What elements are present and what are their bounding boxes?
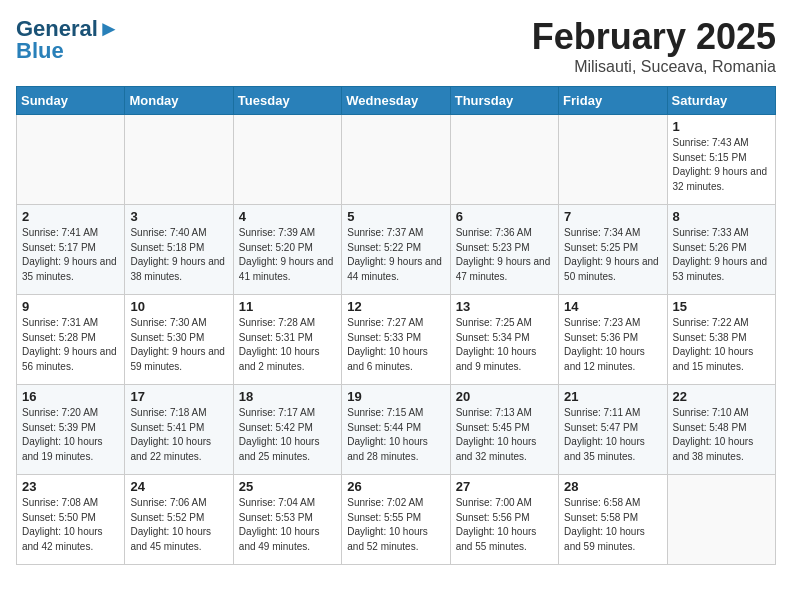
- day-number: 28: [564, 479, 661, 494]
- day-number: 2: [22, 209, 119, 224]
- week-row-3: 9Sunrise: 7:31 AM Sunset: 5:28 PM Daylig…: [17, 295, 776, 385]
- week-row-2: 2Sunrise: 7:41 AM Sunset: 5:17 PM Daylig…: [17, 205, 776, 295]
- day-number: 22: [673, 389, 770, 404]
- day-info: Sunrise: 7:13 AM Sunset: 5:45 PM Dayligh…: [456, 406, 553, 464]
- day-info: Sunrise: 7:02 AM Sunset: 5:55 PM Dayligh…: [347, 496, 444, 554]
- day-info: Sunrise: 7:23 AM Sunset: 5:36 PM Dayligh…: [564, 316, 661, 374]
- day-info: Sunrise: 7:27 AM Sunset: 5:33 PM Dayligh…: [347, 316, 444, 374]
- day-cell: 3Sunrise: 7:40 AM Sunset: 5:18 PM Daylig…: [125, 205, 233, 295]
- day-number: 25: [239, 479, 336, 494]
- day-info: Sunrise: 6:58 AM Sunset: 5:58 PM Dayligh…: [564, 496, 661, 554]
- day-info: Sunrise: 7:34 AM Sunset: 5:25 PM Dayligh…: [564, 226, 661, 284]
- day-number: 11: [239, 299, 336, 314]
- day-number: 4: [239, 209, 336, 224]
- day-cell: 17Sunrise: 7:18 AM Sunset: 5:41 PM Dayli…: [125, 385, 233, 475]
- day-info: Sunrise: 7:11 AM Sunset: 5:47 PM Dayligh…: [564, 406, 661, 464]
- day-cell: 15Sunrise: 7:22 AM Sunset: 5:38 PM Dayli…: [667, 295, 775, 385]
- day-info: Sunrise: 7:39 AM Sunset: 5:20 PM Dayligh…: [239, 226, 336, 284]
- day-cell: [559, 115, 667, 205]
- day-number: 15: [673, 299, 770, 314]
- day-cell: 28Sunrise: 6:58 AM Sunset: 5:58 PM Dayli…: [559, 475, 667, 565]
- day-cell: [342, 115, 450, 205]
- day-number: 7: [564, 209, 661, 224]
- day-info: Sunrise: 7:31 AM Sunset: 5:28 PM Dayligh…: [22, 316, 119, 374]
- day-number: 6: [456, 209, 553, 224]
- day-info: Sunrise: 7:30 AM Sunset: 5:30 PM Dayligh…: [130, 316, 227, 374]
- calendar-table: SundayMondayTuesdayWednesdayThursdayFrid…: [16, 86, 776, 565]
- day-number: 5: [347, 209, 444, 224]
- day-number: 23: [22, 479, 119, 494]
- day-cell: 6Sunrise: 7:36 AM Sunset: 5:23 PM Daylig…: [450, 205, 558, 295]
- day-cell: [667, 475, 775, 565]
- day-cell: 16Sunrise: 7:20 AM Sunset: 5:39 PM Dayli…: [17, 385, 125, 475]
- day-cell: [233, 115, 341, 205]
- day-cell: 14Sunrise: 7:23 AM Sunset: 5:36 PM Dayli…: [559, 295, 667, 385]
- day-info: Sunrise: 7:43 AM Sunset: 5:15 PM Dayligh…: [673, 136, 770, 194]
- day-cell: 24Sunrise: 7:06 AM Sunset: 5:52 PM Dayli…: [125, 475, 233, 565]
- day-cell: [125, 115, 233, 205]
- day-info: Sunrise: 7:17 AM Sunset: 5:42 PM Dayligh…: [239, 406, 336, 464]
- page-header: General► Blue February 2025 Milisauti, S…: [16, 16, 776, 76]
- day-cell: 1Sunrise: 7:43 AM Sunset: 5:15 PM Daylig…: [667, 115, 775, 205]
- week-row-5: 23Sunrise: 7:08 AM Sunset: 5:50 PM Dayli…: [17, 475, 776, 565]
- day-cell: 13Sunrise: 7:25 AM Sunset: 5:34 PM Dayli…: [450, 295, 558, 385]
- day-info: Sunrise: 7:00 AM Sunset: 5:56 PM Dayligh…: [456, 496, 553, 554]
- day-number: 1: [673, 119, 770, 134]
- day-cell: 22Sunrise: 7:10 AM Sunset: 5:48 PM Dayli…: [667, 385, 775, 475]
- day-cell: [17, 115, 125, 205]
- day-number: 20: [456, 389, 553, 404]
- day-info: Sunrise: 7:06 AM Sunset: 5:52 PM Dayligh…: [130, 496, 227, 554]
- week-row-4: 16Sunrise: 7:20 AM Sunset: 5:39 PM Dayli…: [17, 385, 776, 475]
- day-number: 10: [130, 299, 227, 314]
- weekday-header-wednesday: Wednesday: [342, 87, 450, 115]
- day-number: 8: [673, 209, 770, 224]
- weekday-header-tuesday: Tuesday: [233, 87, 341, 115]
- weekday-header-monday: Monday: [125, 87, 233, 115]
- day-info: Sunrise: 7:04 AM Sunset: 5:53 PM Dayligh…: [239, 496, 336, 554]
- day-info: Sunrise: 7:40 AM Sunset: 5:18 PM Dayligh…: [130, 226, 227, 284]
- day-info: Sunrise: 7:20 AM Sunset: 5:39 PM Dayligh…: [22, 406, 119, 464]
- day-number: 14: [564, 299, 661, 314]
- day-info: Sunrise: 7:33 AM Sunset: 5:26 PM Dayligh…: [673, 226, 770, 284]
- day-cell: 7Sunrise: 7:34 AM Sunset: 5:25 PM Daylig…: [559, 205, 667, 295]
- day-info: Sunrise: 7:37 AM Sunset: 5:22 PM Dayligh…: [347, 226, 444, 284]
- week-row-1: 1Sunrise: 7:43 AM Sunset: 5:15 PM Daylig…: [17, 115, 776, 205]
- day-cell: 2Sunrise: 7:41 AM Sunset: 5:17 PM Daylig…: [17, 205, 125, 295]
- day-info: Sunrise: 7:08 AM Sunset: 5:50 PM Dayligh…: [22, 496, 119, 554]
- logo: General► Blue: [16, 16, 120, 64]
- day-info: Sunrise: 7:41 AM Sunset: 5:17 PM Dayligh…: [22, 226, 119, 284]
- weekday-header-row: SundayMondayTuesdayWednesdayThursdayFrid…: [17, 87, 776, 115]
- day-number: 9: [22, 299, 119, 314]
- day-number: 21: [564, 389, 661, 404]
- weekday-header-friday: Friday: [559, 87, 667, 115]
- day-number: 12: [347, 299, 444, 314]
- day-info: Sunrise: 7:22 AM Sunset: 5:38 PM Dayligh…: [673, 316, 770, 374]
- day-cell: 25Sunrise: 7:04 AM Sunset: 5:53 PM Dayli…: [233, 475, 341, 565]
- day-number: 27: [456, 479, 553, 494]
- weekday-header-sunday: Sunday: [17, 87, 125, 115]
- day-number: 26: [347, 479, 444, 494]
- day-number: 17: [130, 389, 227, 404]
- day-cell: 8Sunrise: 7:33 AM Sunset: 5:26 PM Daylig…: [667, 205, 775, 295]
- title-block: February 2025 Milisauti, Suceava, Romani…: [532, 16, 776, 76]
- day-number: 16: [22, 389, 119, 404]
- day-cell: 4Sunrise: 7:39 AM Sunset: 5:20 PM Daylig…: [233, 205, 341, 295]
- day-cell: 27Sunrise: 7:00 AM Sunset: 5:56 PM Dayli…: [450, 475, 558, 565]
- day-info: Sunrise: 7:25 AM Sunset: 5:34 PM Dayligh…: [456, 316, 553, 374]
- day-cell: 18Sunrise: 7:17 AM Sunset: 5:42 PM Dayli…: [233, 385, 341, 475]
- day-number: 19: [347, 389, 444, 404]
- day-cell: 12Sunrise: 7:27 AM Sunset: 5:33 PM Dayli…: [342, 295, 450, 385]
- day-cell: [450, 115, 558, 205]
- day-cell: 19Sunrise: 7:15 AM Sunset: 5:44 PM Dayli…: [342, 385, 450, 475]
- day-cell: 26Sunrise: 7:02 AM Sunset: 5:55 PM Dayli…: [342, 475, 450, 565]
- day-cell: 21Sunrise: 7:11 AM Sunset: 5:47 PM Dayli…: [559, 385, 667, 475]
- weekday-header-saturday: Saturday: [667, 87, 775, 115]
- day-cell: 9Sunrise: 7:31 AM Sunset: 5:28 PM Daylig…: [17, 295, 125, 385]
- day-number: 24: [130, 479, 227, 494]
- day-number: 3: [130, 209, 227, 224]
- day-cell: 5Sunrise: 7:37 AM Sunset: 5:22 PM Daylig…: [342, 205, 450, 295]
- logo-line2: Blue: [16, 38, 64, 64]
- weekday-header-thursday: Thursday: [450, 87, 558, 115]
- day-info: Sunrise: 7:15 AM Sunset: 5:44 PM Dayligh…: [347, 406, 444, 464]
- day-number: 18: [239, 389, 336, 404]
